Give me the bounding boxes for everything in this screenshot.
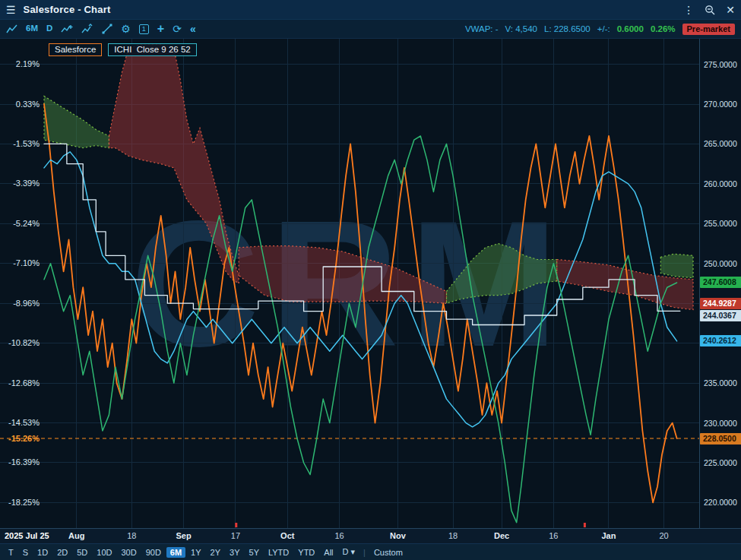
layout-icon[interactable]: 1	[139, 24, 149, 34]
right-price-axis[interactable]: 275.0000270.0000265.0000260.0000255.0000…	[699, 39, 741, 528]
period-selector-bar: TS1D2D5D10D30D90D6M1Y2Y3Y5YLYTDYTDAllD ▾…	[0, 543, 741, 560]
zoom-reset-icon[interactable]	[705, 5, 715, 15]
period-button-6m[interactable]: 6M	[166, 547, 185, 558]
right-axis-label: 270.0000	[704, 100, 737, 109]
chart-toolbar: 6M D ⚙ 1 + ⟳ « VWAP: - V: 4,540 L: 228.6…	[0, 20, 741, 39]
legend-item-salesforce[interactable]: Salesforce	[49, 43, 102, 56]
custom-range-button[interactable]: Custom	[370, 547, 407, 558]
x-axis-label: Dec	[494, 531, 509, 540]
chart-type-icon[interactable]	[6, 24, 17, 34]
legend-item-ichimoku[interactable]: ICHI Close 9 26 52	[108, 43, 196, 56]
x-axis-label: Oct	[280, 531, 294, 540]
period-button-2d[interactable]: 2D	[53, 547, 71, 558]
x-axis-label: 2025 Jul 25	[5, 531, 49, 540]
price-badge: 244.0367	[700, 310, 741, 321]
divider: |	[363, 548, 366, 557]
period-button-90d[interactable]: 90D	[142, 547, 165, 558]
collapse-toolbar-icon[interactable]: «	[190, 24, 196, 34]
x-axis-label: 16	[334, 531, 344, 540]
right-axis-label: 220.0000	[704, 498, 737, 507]
settings-gear-icon[interactable]: ⚙	[121, 24, 131, 34]
period-button-ytd[interactable]: YTD	[294, 547, 318, 558]
x-time-axis[interactable]: 2025 Jul 25Aug18Sep17Oct16Nov18Dec16Jan2…	[0, 528, 741, 543]
close-icon[interactable]: ✕	[726, 5, 735, 15]
app-window: ☰ Salesforce - Chart ⋮ ✕ 6M D ⚙ 1 + ⟳ « …	[0, 0, 741, 560]
price-badge: 244.9287	[700, 298, 741, 309]
event-marker	[235, 523, 237, 527]
title-bar: ☰ Salesforce - Chart ⋮ ✕	[0, 0, 741, 20]
change-percent: 0.26%	[651, 24, 676, 33]
kebab-menu-icon[interactable]: ⋮	[683, 5, 694, 15]
add-chart-icon[interactable]: +	[157, 23, 164, 35]
session-badge: Pre-market	[682, 24, 735, 35]
right-axis-label: 225.0000	[704, 458, 737, 467]
studies-icon[interactable]	[81, 24, 93, 34]
period-button-t[interactable]: T	[5, 547, 17, 558]
x-axis-label: 17	[231, 531, 240, 540]
chart-legend: Salesforce ICHI Close 9 26 52	[49, 43, 197, 56]
window-title: Salesforce - Chart	[24, 4, 111, 15]
period-button-5d[interactable]: 5D	[73, 547, 91, 558]
price-badge: 240.2612	[700, 335, 741, 346]
change-label: +/-:	[597, 24, 610, 33]
menu-icon[interactable]: ☰	[6, 5, 16, 15]
x-axis-label: Jan	[601, 531, 616, 540]
vwap-value: VWAP: -	[465, 24, 499, 33]
x-axis-label: 18	[127, 531, 136, 540]
series-compare-green	[44, 136, 677, 523]
x-axis-label: Aug	[68, 531, 84, 540]
auto-refresh-icon[interactable]: ⟳	[173, 24, 182, 34]
range-6m-button[interactable]: 6M	[26, 24, 38, 33]
change-value: 0.6000	[617, 24, 644, 33]
compare-icon[interactable]	[61, 24, 73, 34]
cloud-green-dec	[447, 244, 557, 304]
trendline-tool-icon[interactable]	[102, 24, 112, 34]
price-badge: 247.6008	[700, 277, 741, 288]
cloud-green-right	[660, 254, 693, 278]
period-button-2y[interactable]: 2Y	[207, 547, 224, 558]
period-button-5y[interactable]: 5Y	[245, 547, 263, 558]
period-button-lytd[interactable]: LYTD	[264, 547, 293, 558]
right-axis-label: 250.0000	[704, 259, 737, 268]
volume-value: V: 4,540	[505, 24, 537, 33]
right-axis-label: 235.0000	[704, 378, 737, 388]
price-plot[interactable]	[0, 39, 699, 528]
right-axis-label: 260.0000	[704, 179, 737, 188]
x-axis-label: 16	[549, 531, 558, 540]
layout-count-badge: 1	[139, 24, 149, 34]
last-value: L: 228.6500	[544, 24, 591, 33]
right-axis-label: 275.0000	[704, 60, 737, 69]
period-button-1y[interactable]: 1Y	[187, 547, 204, 558]
right-axis-label: 230.0000	[704, 419, 737, 428]
interval-dropdown[interactable]: D ▾	[339, 546, 359, 558]
x-axis-label: Sep	[176, 531, 192, 540]
x-axis-label: 20	[659, 531, 668, 540]
period-button-10d[interactable]: 10D	[93, 547, 116, 558]
x-axis-label: 18	[448, 531, 458, 540]
x-axis-label: Nov	[390, 531, 406, 540]
period-button-s[interactable]: S	[19, 547, 32, 558]
chart-area[interactable]: CRM Salesforce ICHI Close 9 26 52 2.19%0…	[0, 39, 741, 528]
right-axis-label: 255.0000	[704, 219, 737, 228]
event-marker	[584, 523, 586, 527]
period-button-1d[interactable]: 1D	[33, 547, 52, 558]
interval-d-button[interactable]: D	[46, 24, 52, 33]
price-badge: 228.0500	[700, 433, 741, 445]
right-axis-label: 265.0000	[704, 139, 737, 148]
cloud-red-august	[109, 44, 239, 283]
period-button-3y[interactable]: 3Y	[226, 547, 243, 558]
period-button-all[interactable]: All	[320, 547, 337, 558]
period-button-30d[interactable]: 30D	[117, 547, 140, 558]
